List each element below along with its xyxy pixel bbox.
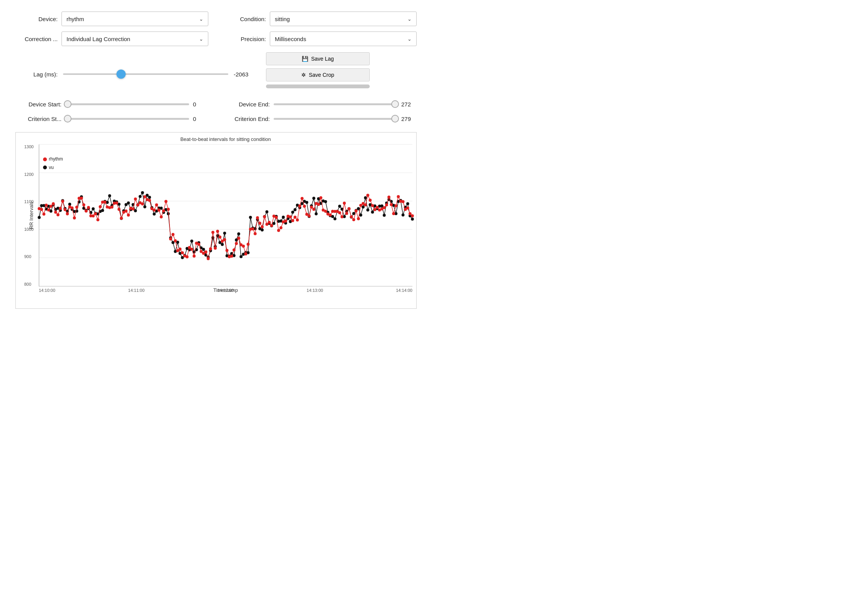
svg-point-263 xyxy=(265,223,268,226)
svg-point-110 xyxy=(282,216,285,219)
device-dropdown[interactable]: rhythm ⌄ xyxy=(61,12,208,26)
svg-point-178 xyxy=(66,212,69,215)
criterion-end-value: 279 xyxy=(401,116,417,122)
svg-point-175 xyxy=(59,207,62,210)
lag-thumb[interactable] xyxy=(116,70,126,79)
device-start-thumb[interactable] xyxy=(64,100,71,108)
device-end-thumb[interactable] xyxy=(391,100,399,108)
svg-point-165 xyxy=(411,218,414,221)
svg-point-251 xyxy=(237,237,240,240)
svg-point-246 xyxy=(226,249,229,252)
svg-point-318 xyxy=(394,204,397,207)
svg-point-242 xyxy=(216,230,219,233)
precision-row: Precision: Milliseconds ⌄ xyxy=(224,31,417,46)
svg-point-91 xyxy=(237,232,240,235)
svg-point-267 xyxy=(275,216,278,219)
criterion-end-row: Criterion End: 279 xyxy=(224,114,417,123)
criterion-start-row: Criterion St... 0 xyxy=(15,114,208,123)
svg-point-226 xyxy=(179,248,182,251)
svg-point-282 xyxy=(310,205,313,209)
x-tick-4: 14:14:00 xyxy=(396,288,412,293)
svg-point-299 xyxy=(350,215,353,218)
svg-point-283 xyxy=(312,208,316,211)
svg-point-310 xyxy=(376,206,379,209)
svg-point-134 xyxy=(338,205,341,208)
svg-point-288 xyxy=(324,210,327,213)
save-crop-button[interactable]: ✲ Save Crop xyxy=(266,68,370,81)
svg-point-208 xyxy=(136,204,140,207)
svg-point-319 xyxy=(397,195,400,198)
criterion-start-thumb[interactable] xyxy=(64,115,71,123)
svg-point-294 xyxy=(338,211,341,214)
svg-point-207 xyxy=(134,197,137,200)
device-end-row: Device End: 272 xyxy=(224,100,417,108)
svg-point-190 xyxy=(94,212,97,215)
svg-point-297 xyxy=(345,212,348,215)
svg-point-140 xyxy=(352,212,355,215)
svg-point-167 xyxy=(40,208,43,211)
correction-dropdown[interactable]: Individual Lag Correction ⌄ xyxy=(61,31,208,46)
correction-label: Correction ... xyxy=(15,36,58,42)
svg-point-169 xyxy=(45,204,48,207)
svg-point-174 xyxy=(56,213,60,216)
correction-chevron-icon: ⌄ xyxy=(199,36,203,42)
device-row: Device: rhythm ⌄ xyxy=(15,12,208,26)
svg-point-216 xyxy=(155,204,158,207)
condition-value: sitting xyxy=(275,16,290,22)
svg-point-241 xyxy=(214,247,217,250)
svg-point-146 xyxy=(366,209,369,212)
lag-slider[interactable] xyxy=(63,69,228,79)
svg-point-148 xyxy=(371,210,374,214)
svg-point-285 xyxy=(317,203,320,206)
svg-point-200 xyxy=(118,208,121,211)
svg-point-177 xyxy=(63,208,66,211)
svg-point-204 xyxy=(127,214,130,217)
chart-title: Beat-to-beat intervals for sitting condi… xyxy=(39,136,412,142)
svg-point-219 xyxy=(162,209,165,212)
svg-point-58 xyxy=(160,207,163,210)
svg-point-258 xyxy=(254,232,257,235)
device-end-slider[interactable] xyxy=(274,100,397,108)
scrollbar[interactable] xyxy=(266,84,370,88)
crop-sliders-grid: Device Start: 0 Device End: 272 Criterio… xyxy=(15,100,417,123)
svg-point-237 xyxy=(204,250,208,253)
svg-point-51 xyxy=(143,205,146,209)
svg-point-314 xyxy=(385,203,388,206)
save-crop-icon: ✲ xyxy=(301,72,306,78)
svg-point-298 xyxy=(347,207,351,210)
lag-track xyxy=(63,73,228,75)
svg-point-36 xyxy=(108,194,111,197)
svg-point-317 xyxy=(392,212,395,215)
device-end-track xyxy=(274,103,397,105)
precision-dropdown[interactable]: Milliseconds ⌄ xyxy=(270,31,417,46)
lag-row: Lag (ms): -2063 💾 Save Lag ✲ Save Crop xyxy=(15,52,417,96)
svg-point-101 xyxy=(261,229,264,232)
svg-point-211 xyxy=(143,195,146,198)
device-start-slider[interactable] xyxy=(65,100,189,108)
device-label: Device: xyxy=(15,16,58,22)
svg-point-264 xyxy=(268,221,271,224)
svg-point-53 xyxy=(148,196,151,199)
svg-point-223 xyxy=(171,233,174,236)
svg-point-243 xyxy=(218,235,221,238)
precision-chevron-icon: ⌄ xyxy=(407,36,412,42)
svg-point-185 xyxy=(82,203,85,206)
svg-point-181 xyxy=(73,216,76,219)
svg-point-232 xyxy=(193,255,196,258)
correction-value: Individual Lag Correction xyxy=(66,36,130,42)
svg-point-315 xyxy=(387,195,390,199)
svg-point-106 xyxy=(272,222,276,225)
svg-point-215 xyxy=(153,209,156,212)
svg-point-218 xyxy=(160,215,163,219)
criterion-start-slider[interactable] xyxy=(65,114,189,123)
svg-point-276 xyxy=(296,219,299,222)
svg-point-71 xyxy=(190,240,193,243)
lag-label: Lag (ms): xyxy=(15,71,58,78)
condition-dropdown[interactable]: sitting ⌄ xyxy=(270,12,417,26)
svg-point-316 xyxy=(390,203,393,206)
criterion-end-thumb[interactable] xyxy=(391,115,399,123)
svg-point-180 xyxy=(71,206,74,209)
criterion-end-slider[interactable] xyxy=(274,114,397,123)
svg-point-229 xyxy=(186,255,189,258)
save-lag-button[interactable]: 💾 Save Lag xyxy=(266,52,370,65)
